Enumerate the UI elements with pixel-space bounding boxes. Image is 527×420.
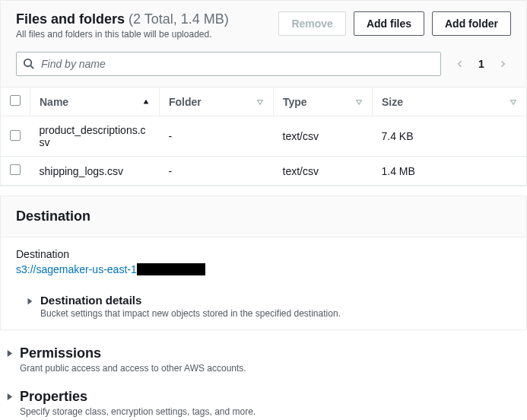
properties-title: Properties — [20, 389, 256, 405]
caret-right-icon — [3, 390, 15, 402]
svg-point-0 — [24, 59, 31, 66]
destination-details-expander[interactable]: Destination details Bucket settings that… — [1, 283, 526, 322]
pager-current: 1 — [473, 58, 490, 70]
col-type-header[interactable]: Type — [283, 96, 307, 108]
search-wrap — [16, 52, 441, 76]
panel-title-count: (2 Total, 1.4 MB) — [129, 11, 229, 27]
panel-title-text: Files and folders — [16, 11, 125, 27]
caret-right-icon — [3, 347, 15, 359]
search-icon — [23, 58, 34, 69]
cell-name: shipping_logs.csv — [30, 157, 160, 186]
properties-expander[interactable]: Properties Specify storage class, encryp… — [0, 386, 527, 420]
permissions-expander[interactable]: Permissions Grant public access and acce… — [0, 342, 527, 378]
table-row[interactable]: product_descriptions.csv - text/csv 7.4 … — [1, 116, 526, 157]
panel-title: Files and folders (2 Total, 1.4 MB) — [16, 11, 278, 27]
cell-size: 1.4 MB — [373, 157, 527, 186]
destination-header: Destination — [1, 196, 526, 237]
cell-size: 7.4 KB — [373, 116, 527, 157]
row-checkbox[interactable] — [10, 130, 21, 141]
svg-line-1 — [30, 65, 33, 68]
col-size-header[interactable]: Size — [382, 96, 403, 108]
destination-details-title: Destination details — [40, 294, 341, 307]
cell-folder: - — [160, 116, 274, 157]
row-checkbox[interactable] — [10, 164, 21, 175]
destination-label: Destination — [16, 248, 511, 260]
table-row[interactable]: shipping_logs.csv - text/csv 1.4 MB — [1, 157, 526, 186]
permissions-subtitle: Grant public access and access to other … — [20, 363, 246, 374]
caret-right-icon — [24, 295, 36, 307]
redacted-segment — [137, 263, 205, 275]
svg-marker-4 — [357, 100, 362, 104]
panel-subtitle: All files and folders in this table will… — [16, 29, 278, 40]
panel-actions: Remove Add files Add folder — [278, 11, 511, 36]
add-folder-button[interactable]: Add folder — [432, 11, 511, 36]
files-and-folders-panel: Files and folders (2 Total, 1.4 MB) All … — [0, 0, 527, 186]
svg-marker-8 — [7, 393, 11, 399]
filter-icon — [256, 98, 264, 106]
destination-body: Destination s3://sagemaker-us-east-1 — [1, 237, 526, 283]
svg-marker-2 — [144, 99, 149, 103]
pager-prev-button[interactable] — [452, 56, 468, 72]
panel-header: Files and folders (2 Total, 1.4 MB) All … — [1, 1, 526, 43]
pager-next-button[interactable] — [494, 56, 511, 72]
cell-type: text/csv — [274, 116, 373, 157]
svg-marker-3 — [258, 100, 263, 104]
cell-folder: - — [160, 157, 274, 186]
properties-subtitle: Specify storage class, encryption settin… — [20, 406, 256, 417]
permissions-title: Permissions — [20, 345, 246, 361]
toolbar-row: 1 — [1, 43, 526, 87]
cell-type: text/csv — [274, 157, 373, 186]
add-files-button[interactable]: Add files — [354, 11, 424, 36]
filter-icon — [355, 98, 363, 106]
destination-title: Destination — [16, 208, 90, 224]
destination-details-subtitle: Bucket settings that impact new objects … — [40, 308, 341, 319]
svg-marker-7 — [7, 349, 11, 356]
pager: 1 — [452, 56, 511, 72]
col-name-header[interactable]: Name — [40, 96, 68, 108]
destination-details: Destination details Bucket settings that… — [1, 283, 526, 322]
remove-button[interactable]: Remove — [278, 11, 345, 36]
files-table: Name Folder Ty — [1, 87, 526, 186]
svg-marker-5 — [511, 100, 516, 104]
destination-link[interactable]: s3://sagemaker-us-east-1 — [16, 263, 137, 275]
panel-title-wrap: Files and folders (2 Total, 1.4 MB) All … — [16, 11, 278, 40]
filter-icon — [510, 98, 517, 106]
select-all-checkbox[interactable] — [10, 95, 21, 106]
cell-name: product_descriptions.csv — [30, 116, 160, 157]
destination-panel: Destination Destination s3://sagemaker-u… — [0, 196, 527, 330]
sort-asc-icon — [142, 98, 150, 106]
destination-uri: s3://sagemaker-us-east-1 — [16, 263, 205, 275]
search-input[interactable] — [16, 52, 441, 76]
svg-marker-6 — [28, 298, 33, 304]
col-folder-header[interactable]: Folder — [169, 96, 202, 108]
